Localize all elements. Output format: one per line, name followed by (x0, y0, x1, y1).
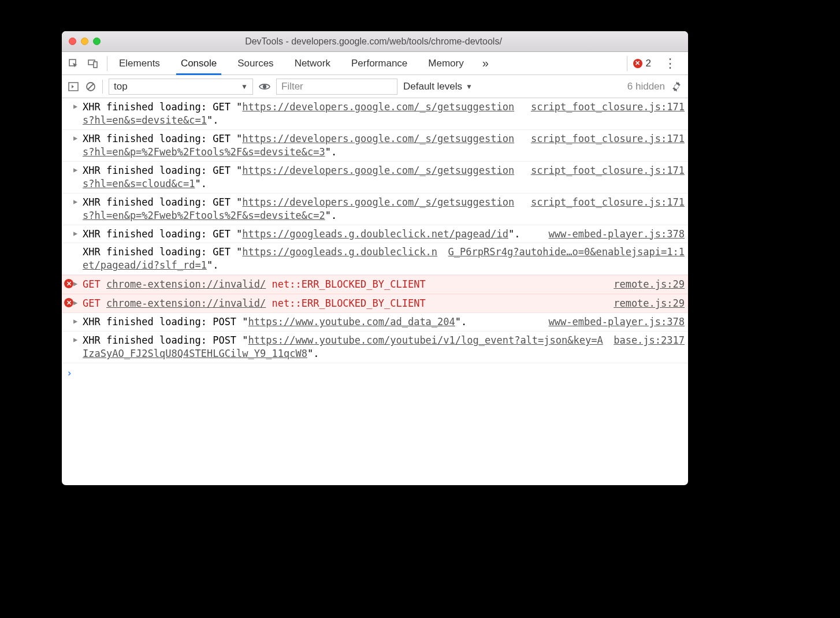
url-link[interactable]: https://www.youtube.com/youtubei/v1/log_… (83, 334, 603, 359)
url-link[interactable]: chrome-extension://invalid/ (106, 278, 266, 290)
tab-network[interactable]: Network (284, 52, 341, 75)
svg-line-5 (88, 84, 94, 90)
source-link[interactable]: remote.js:29 (614, 278, 685, 291)
tab-sources[interactable]: Sources (227, 52, 284, 75)
source-link[interactable]: script_foot_closure.js:171 (531, 196, 685, 209)
close-window-button[interactable] (69, 38, 76, 45)
disclosure-icon[interactable]: ▶ (73, 197, 77, 206)
error-icon: ✕ (64, 298, 73, 307)
tabs-row: Elements Console Sources Network Perform… (62, 52, 688, 75)
console-row[interactable]: ✕▶GET chrome-extension://invalid/ net::E… (62, 275, 688, 294)
console-row[interactable]: ▶XHR finished loading: GET "https://deve… (62, 162, 688, 193)
devtools-window: DevTools - developers.google.com/web/too… (62, 31, 688, 485)
source-link[interactable]: remote.js:29 (614, 297, 685, 310)
panel-tabs: Elements Console Sources Network Perform… (109, 52, 626, 75)
console-row[interactable]: ▶XHR finished loading: GET "https://deve… (62, 98, 688, 130)
disclosure-icon[interactable]: ▶ (73, 165, 77, 174)
device-toggle-icon[interactable] (87, 58, 99, 69)
tab-performance[interactable]: Performance (341, 52, 418, 75)
filter-input[interactable] (276, 79, 397, 95)
settings-icon[interactable] (671, 81, 682, 92)
minimize-window-button[interactable] (81, 38, 88, 45)
console-row[interactable]: ✕▶GET chrome-extension://invalid/ net::E… (62, 294, 688, 313)
console-row[interactable]: ▶XHR finished loading: GET "https://goog… (62, 243, 688, 275)
source-link[interactable]: www-embed-player.js:378 (549, 228, 685, 241)
more-menu-icon[interactable]: ⋮ (658, 56, 682, 71)
log-message: XHR finished loading: GET "https://googl… (83, 228, 549, 241)
zoom-window-button[interactable] (93, 38, 101, 45)
titlebar: DevTools - developers.google.com/web/too… (62, 31, 688, 52)
url-link[interactable]: chrome-extension://invalid/ (106, 297, 266, 309)
source-link[interactable]: script_foot_closure.js:171 (531, 164, 685, 177)
url-link[interactable]: https://developers.google.com/_s/getsugg… (83, 101, 514, 126)
divider (102, 80, 103, 94)
error-icon: ✕ (64, 279, 73, 288)
error-icon: ✕ (633, 59, 642, 68)
disclosure-icon[interactable]: ▶ (73, 335, 77, 344)
svg-point-7 (675, 85, 678, 88)
live-expression-icon[interactable] (259, 81, 270, 92)
log-message: XHR finished loading: GET "https://devel… (83, 196, 531, 222)
url-link[interactable]: https://www.youtube.com/ad_data_204 (248, 316, 455, 327)
sidebar-toggle-icon[interactable] (68, 81, 79, 92)
tab-console[interactable]: Console (170, 52, 227, 75)
source-link[interactable]: script_foot_closure.js:171 (531, 100, 685, 114)
tab-elements[interactable]: Elements (109, 52, 170, 75)
console-row[interactable]: ▶XHR finished loading: POST "https://www… (62, 313, 688, 332)
source-link[interactable]: www-embed-player.js:378 (549, 315, 685, 329)
context-select[interactable]: top ▼ (109, 79, 253, 95)
console-row[interactable]: ▶XHR finished loading: GET "https://deve… (62, 193, 688, 225)
disclosure-icon[interactable]: ▶ (73, 133, 77, 143)
url-link[interactable]: https://googleads.g.doubleclick.net/page… (83, 246, 437, 271)
url-link[interactable]: https://developers.google.com/_s/getsugg… (83, 165, 514, 189)
console-log-list[interactable]: ▶XHR finished loading: GET "https://deve… (62, 98, 688, 485)
console-toolbar: top ▼ Default levels ▼ 6 hidden (62, 75, 688, 98)
error-message: net::ERR_BLOCKED_BY_CLIENT (272, 297, 426, 309)
console-prompt[interactable]: › (62, 363, 688, 384)
hidden-count: 6 hidden (627, 81, 665, 92)
source-link[interactable]: base.js:2317 (614, 334, 685, 347)
disclosure-icon[interactable]: ▶ (73, 298, 77, 307)
disclosure-icon[interactable]: ▶ (73, 229, 77, 238)
source-link[interactable]: G_P6rpRSr4g?autohide…o=0&enablejsapi=1:1 (448, 245, 685, 259)
log-levels-select[interactable]: Default levels ▼ (403, 81, 473, 92)
source-link[interactable]: script_foot_closure.js:171 (531, 132, 685, 146)
log-message: XHR finished loading: POST "https://www.… (83, 334, 614, 360)
dropdown-icon: ▼ (466, 83, 473, 91)
log-message: XHR finished loading: POST "https://www.… (83, 315, 549, 329)
log-message: GET chrome-extension://invalid/ net::ERR… (83, 278, 614, 291)
disclosure-icon[interactable]: ▶ (73, 102, 77, 111)
log-message: GET chrome-extension://invalid/ net::ERR… (83, 297, 614, 310)
inspect-icon[interactable] (68, 58, 79, 69)
log-message: XHR finished loading: GET "https://devel… (83, 132, 531, 159)
tab-memory[interactable]: Memory (418, 52, 474, 75)
levels-label: Default levels (403, 81, 462, 92)
log-message: XHR finished loading: GET "https://devel… (83, 164, 531, 191)
method-label: GET (83, 278, 106, 290)
svg-rect-2 (94, 62, 97, 68)
context-label: top (114, 81, 128, 92)
method-label: GET (83, 297, 106, 309)
disclosure-icon[interactable]: ▶ (73, 317, 77, 326)
console-row[interactable]: ▶XHR finished loading: GET "https://goog… (62, 225, 688, 244)
tab-icons (68, 56, 107, 71)
svg-point-6 (263, 84, 266, 88)
traffic-lights (69, 38, 101, 45)
url-link[interactable]: https://googleads.g.doubleclick.net/page… (242, 228, 508, 240)
error-badge[interactable]: ✕ 2 (627, 56, 657, 71)
tabs-overflow[interactable]: » (474, 52, 497, 75)
disclosure-icon[interactable]: ▶ (73, 279, 77, 288)
clear-console-icon[interactable] (85, 81, 96, 92)
log-message: XHR finished loading: GET "https://devel… (83, 100, 531, 127)
console-row[interactable]: ▶XHR finished loading: POST "https://www… (62, 332, 688, 363)
error-count: 2 (646, 58, 651, 69)
url-link[interactable]: https://developers.google.com/_s/getsugg… (83, 196, 514, 221)
window-title: DevTools - developers.google.com/web/too… (101, 36, 681, 47)
dropdown-icon: ▼ (241, 83, 248, 91)
log-message: XHR finished loading: GET "https://googl… (83, 245, 448, 272)
console-row[interactable]: ▶XHR finished loading: GET "https://deve… (62, 130, 688, 162)
url-link[interactable]: https://developers.google.com/_s/getsugg… (83, 133, 514, 158)
error-message: net::ERR_BLOCKED_BY_CLIENT (272, 278, 426, 290)
